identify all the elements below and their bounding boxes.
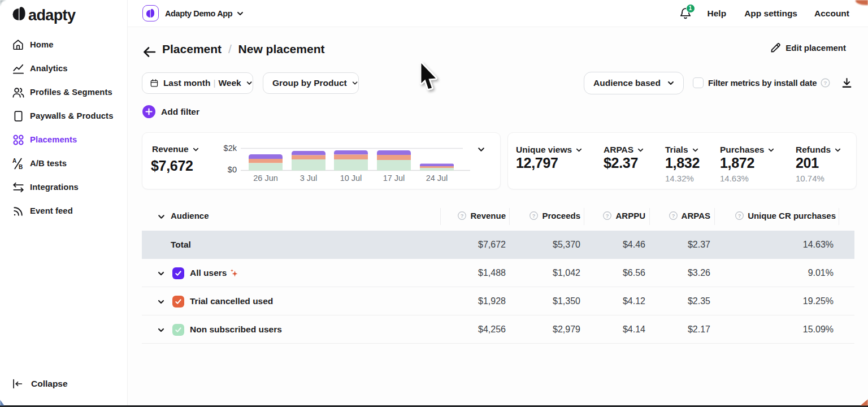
svg-text:?: ? xyxy=(824,80,827,86)
svg-text:?: ? xyxy=(606,213,609,219)
svg-text:A: A xyxy=(12,157,16,163)
svg-text:?: ? xyxy=(532,213,536,219)
svg-text:adapty: adapty xyxy=(28,7,76,24)
svg-text:?: ? xyxy=(738,213,741,219)
svg-text:?: ? xyxy=(671,213,675,219)
svg-text:B: B xyxy=(18,164,22,170)
svg-text:?: ? xyxy=(461,213,464,219)
